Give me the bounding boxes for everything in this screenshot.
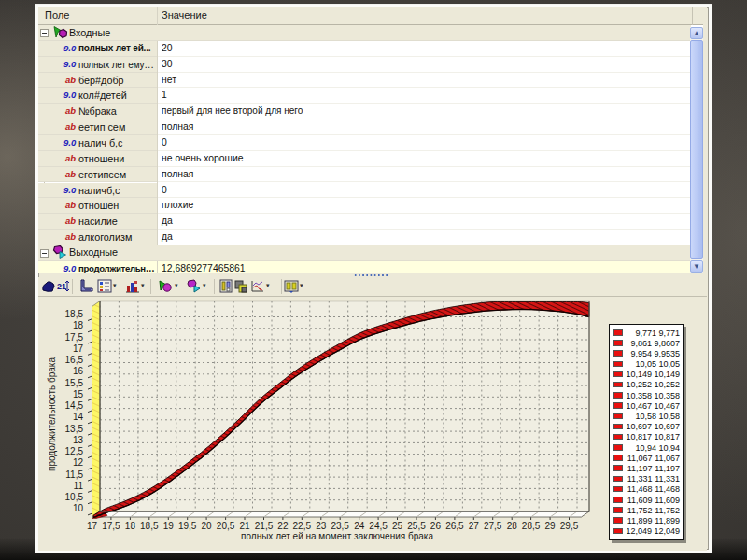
svg-text:17: 17 (87, 521, 98, 531)
svg-text:14: 14 (73, 412, 84, 422)
svg-text:25: 25 (392, 521, 403, 531)
svg-text:полных лет ей на момент заключ: полных лет ей на момент заключения брака (241, 531, 433, 541)
svg-text:19,5: 19,5 (178, 521, 197, 531)
svg-text:17: 17 (73, 343, 84, 354)
svg-text:25,5: 25,5 (407, 521, 426, 531)
svg-text:13: 13 (73, 435, 84, 445)
svg-text:19: 19 (163, 521, 175, 531)
svg-text:17,5: 17,5 (65, 332, 84, 343)
svg-text:23,5: 23,5 (331, 521, 349, 531)
svg-text:11,5: 11,5 (65, 469, 83, 480)
svg-text:18: 18 (73, 320, 84, 330)
svg-text:21: 21 (239, 521, 250, 531)
svg-text:16,5: 16,5 (65, 355, 84, 365)
svg-text:24: 24 (354, 521, 365, 531)
svg-text:22,5: 22,5 (293, 521, 312, 531)
svg-text:27,5: 27,5 (484, 521, 502, 531)
svg-text:29: 29 (545, 521, 557, 531)
svg-text:10: 10 (73, 503, 84, 513)
svg-text:28: 28 (507, 521, 518, 531)
svg-text:18,5: 18,5 (140, 521, 159, 531)
svg-text:17,5: 17,5 (102, 521, 120, 531)
svg-text:22: 22 (277, 521, 289, 531)
svg-text:18,5: 18,5 (65, 309, 84, 319)
svg-text:27: 27 (469, 521, 480, 531)
svg-text:15,5: 15,5 (65, 378, 84, 388)
svg-text:26,5: 26,5 (445, 521, 464, 531)
svg-text:12,5: 12,5 (65, 446, 84, 456)
svg-text:28,5: 28,5 (522, 521, 541, 531)
svg-text:20: 20 (202, 521, 213, 531)
svg-text:23: 23 (316, 521, 327, 531)
svg-text:16: 16 (73, 366, 84, 376)
svg-text:20,5: 20,5 (217, 521, 235, 531)
svg-text:26: 26 (430, 521, 442, 531)
svg-text:12: 12 (73, 457, 84, 468)
svg-text:14,5: 14,5 (65, 400, 84, 411)
svg-text:18: 18 (125, 521, 136, 531)
svg-text:продолжительность брака: продолжительность брака (47, 357, 57, 471)
svg-text:15: 15 (73, 389, 84, 399)
svg-text:29,5: 29,5 (560, 521, 579, 531)
svg-text:24,5: 24,5 (369, 521, 388, 531)
svg-text:11: 11 (74, 481, 84, 491)
svg-text:21,5: 21,5 (255, 521, 274, 531)
svg-text:13,5: 13,5 (65, 424, 84, 434)
svg-text:10,5: 10,5 (65, 492, 84, 502)
svg-text:21: 21 (57, 282, 66, 291)
